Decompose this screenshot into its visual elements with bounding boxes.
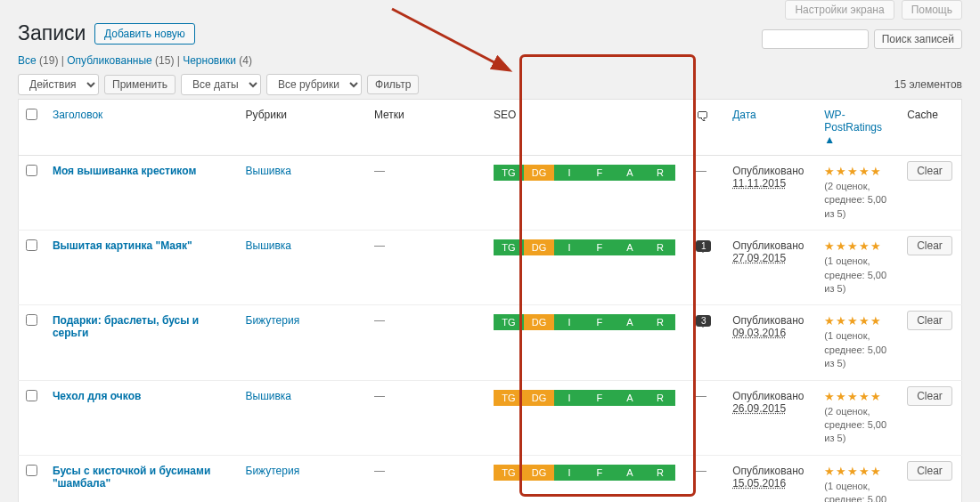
- comment-count[interactable]: 1: [696, 240, 712, 252]
- category-link[interactable]: Вышивка: [246, 165, 292, 177]
- search-input[interactable]: [762, 29, 869, 49]
- post-date: 15.05.2016: [732, 477, 810, 490]
- col-title[interactable]: Заголовок: [53, 109, 102, 121]
- comment-count[interactable]: 3: [696, 315, 712, 327]
- posts-table: Заголовок Рубрики Метки SEO 🗨 Дата WP-Po…: [18, 99, 962, 502]
- seo-chip-r: R: [645, 165, 675, 181]
- comments-empty: —: [696, 465, 706, 477]
- rating-text: (1 оценок, среднее: 5,00 из 5): [824, 480, 893, 502]
- category-link[interactable]: Вышивка: [246, 239, 292, 252]
- comments-empty: —: [696, 165, 706, 177]
- help-button[interactable]: Помощь: [902, 0, 962, 20]
- seo-chip-r: R: [645, 239, 675, 255]
- table-row: Моя вышиванка крестикомВышивка—TGDGIFAR—…: [19, 156, 962, 231]
- rating-text: (1 оценок, среднее: 5,00 из 5): [824, 329, 893, 370]
- seo-chip-tg: TG: [494, 465, 524, 481]
- post-title-link[interactable]: Чехол для очков: [53, 390, 141, 402]
- screen-options-button[interactable]: Настройки экрана: [785, 0, 894, 20]
- table-row: Чехол для очковВышивка—TGDGIFAR—Опублико…: [19, 380, 962, 455]
- category-link[interactable]: Бижутерия: [246, 465, 300, 477]
- col-comments[interactable]: 🗨: [689, 100, 725, 156]
- filter-button[interactable]: Фильтр: [367, 75, 419, 94]
- bulk-apply-button[interactable]: Применить: [104, 75, 176, 94]
- seo-indicators: TGDGIFAR: [494, 390, 682, 406]
- rating-stars-icon: ★★★★★: [824, 390, 893, 403]
- seo-chip-tg: TG: [494, 239, 524, 255]
- post-title-link[interactable]: Бусы с кисточкой и бусинами "шамбала": [53, 465, 231, 490]
- table-row: Подарки: браслеты, бусы и серьгиБижутери…: [19, 305, 962, 380]
- post-status: Опубликовано: [732, 239, 810, 252]
- seo-chip-r: R: [645, 465, 675, 481]
- add-new-button[interactable]: Добавить новую: [94, 23, 195, 45]
- post-title-link[interactable]: Вышитая картинка "Маяк": [53, 239, 192, 252]
- seo-chip-i: I: [554, 314, 584, 330]
- post-status: Опубликовано: [732, 465, 810, 477]
- clear-cache-button[interactable]: Clear: [907, 461, 952, 481]
- seo-chip-a: A: [615, 465, 645, 481]
- tags-empty: —: [374, 465, 385, 477]
- row-checkbox[interactable]: [26, 165, 37, 176]
- seo-chip-dg: DG: [524, 239, 554, 255]
- post-title-link[interactable]: Моя вышиванка крестиком: [53, 165, 196, 177]
- row-checkbox[interactable]: [26, 239, 37, 251]
- items-count: 15 элементов: [894, 78, 962, 91]
- col-seo: SEO: [486, 100, 689, 156]
- filter-all[interactable]: Все: [18, 54, 37, 67]
- clear-cache-button[interactable]: Clear: [907, 236, 952, 255]
- col-categories: Рубрики: [239, 100, 367, 156]
- clear-cache-button[interactable]: Clear: [907, 161, 952, 181]
- row-checkbox[interactable]: [26, 314, 37, 326]
- post-title-link[interactable]: Подарки: браслеты, бусы и серьги: [53, 314, 231, 339]
- post-date: 27.09.2015: [732, 252, 810, 264]
- seo-chip-dg: DG: [524, 390, 554, 406]
- post-date: 11.11.2015: [732, 177, 810, 190]
- tags-empty: —: [374, 239, 385, 252]
- seo-chip-f: F: [584, 239, 615, 255]
- seo-chip-a: A: [615, 314, 645, 330]
- col-cache: Cache: [900, 100, 961, 156]
- seo-indicators: TGDGIFAR: [494, 165, 682, 181]
- post-status: Опубликовано: [732, 165, 810, 177]
- seo-chip-r: R: [645, 390, 675, 406]
- filter-category-select[interactable]: Все рубрики: [266, 74, 362, 95]
- rating-stars-icon: ★★★★★: [824, 165, 893, 178]
- filter-date-select[interactable]: Все даты: [181, 74, 261, 95]
- post-date: 26.09.2015: [732, 402, 810, 415]
- comment-icon: 🗨: [696, 109, 709, 124]
- category-link[interactable]: Бижутерия: [246, 314, 300, 327]
- post-status: Опубликовано: [732, 390, 810, 402]
- filter-drafts[interactable]: Черновики: [183, 54, 236, 67]
- seo-chip-a: A: [615, 165, 645, 181]
- bulk-actions-select[interactable]: Действия: [18, 74, 99, 95]
- seo-indicators: TGDGIFAR: [494, 314, 682, 330]
- rating-text: (1 оценок, среднее: 5,00 из 5): [824, 255, 893, 296]
- table-row: Вышитая картинка "Маяк"Вышивка—TGDGIFAR1…: [19, 231, 962, 305]
- clear-cache-button[interactable]: Clear: [907, 311, 952, 330]
- rating-stars-icon: ★★★★★: [824, 314, 893, 328]
- seo-chip-f: F: [584, 390, 615, 406]
- category-link[interactable]: Вышивка: [246, 390, 292, 402]
- seo-chip-a: A: [615, 239, 645, 255]
- search-submit-button[interactable]: Поиск записей: [874, 29, 962, 49]
- seo-chip-i: I: [554, 239, 584, 255]
- seo-chip-i: I: [554, 390, 584, 406]
- row-checkbox[interactable]: [26, 465, 37, 476]
- select-all-checkbox[interactable]: [26, 109, 37, 120]
- clear-cache-button[interactable]: Clear: [907, 386, 952, 406]
- filter-published[interactable]: Опубликованные: [67, 54, 152, 67]
- rating-stars-icon: ★★★★★: [824, 239, 893, 253]
- col-date[interactable]: Дата: [732, 109, 756, 121]
- table-row: Бусы с кисточкой и бусинами "шамбала"Биж…: [19, 455, 962, 502]
- col-ratings[interactable]: WP-PostRatings: [824, 109, 882, 134]
- seo-chip-a: A: [615, 390, 645, 406]
- row-checkbox[interactable]: [26, 390, 37, 401]
- rating-text: (2 оценок, среднее: 5,00 из 5): [824, 180, 893, 221]
- tags-empty: —: [374, 314, 385, 327]
- seo-chip-dg: DG: [524, 165, 554, 181]
- rating-stars-icon: ★★★★★: [824, 465, 893, 478]
- rating-text: (2 оценок, среднее: 5,00 из 5): [824, 405, 893, 446]
- page-title: Записи: [18, 21, 86, 45]
- seo-chip-tg: TG: [494, 390, 524, 406]
- seo-chip-dg: DG: [524, 465, 554, 481]
- seo-chip-i: I: [554, 465, 584, 481]
